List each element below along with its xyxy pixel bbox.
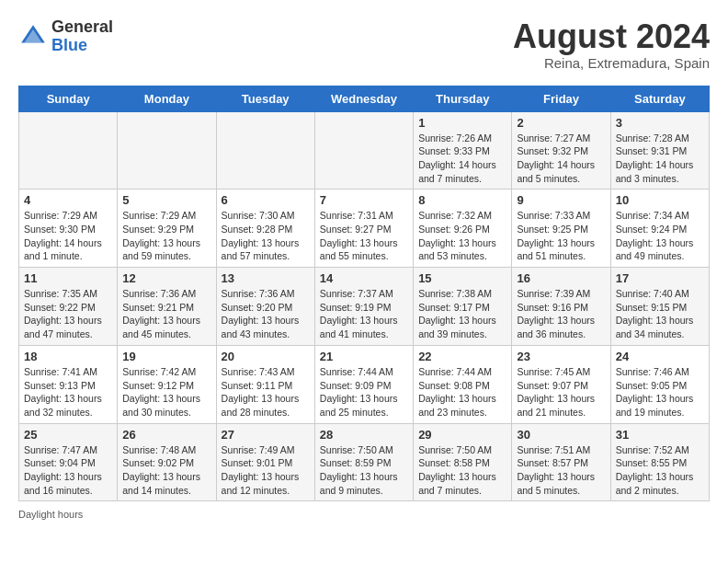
day-number: 14 [320, 271, 408, 285]
calendar-week-5: 25Sunrise: 7:47 AM Sunset: 9:04 PM Dayli… [19, 423, 710, 501]
day-info: Sunrise: 7:51 AM Sunset: 8:57 PM Dayligh… [517, 443, 605, 498]
day-number: 19 [122, 350, 210, 363]
day-number: 18 [24, 350, 112, 363]
day-number: 1 [418, 116, 506, 130]
calendar-cell: 23Sunrise: 7:45 AM Sunset: 9:07 PM Dayli… [512, 345, 610, 423]
day-number: 10 [616, 193, 704, 207]
day-number: 29 [418, 428, 506, 442]
day-info: Sunrise: 7:39 AM Sunset: 9:16 PM Dayligh… [517, 287, 605, 341]
calendar-cell [19, 111, 118, 190]
calendar-table: SundayMondayTuesdayWednesdayThursdayFrid… [18, 86, 710, 502]
calendar-cell: 29Sunrise: 7:50 AM Sunset: 8:58 PM Dayli… [414, 423, 512, 501]
day-number: 24 [616, 350, 704, 363]
day-info: Sunrise: 7:38 AM Sunset: 9:17 PM Dayligh… [418, 287, 506, 341]
calendar-cell: 30Sunrise: 7:51 AM Sunset: 8:57 PM Dayli… [512, 423, 610, 501]
day-number: 15 [418, 271, 506, 285]
calendar-cell [216, 111, 314, 190]
day-info: Sunrise: 7:40 AM Sunset: 9:15 PM Dayligh… [616, 287, 704, 341]
title-area: August 2024 Reina, Extremadura, Spain [513, 18, 710, 71]
daylight-label: Daylight hours [18, 509, 83, 520]
day-number: 3 [616, 116, 704, 130]
calendar-cell: 9Sunrise: 7:33 AM Sunset: 9:25 PM Daylig… [512, 190, 610, 268]
header-day-tuesday: Tuesday [216, 86, 314, 111]
calendar-week-2: 4Sunrise: 7:29 AM Sunset: 9:30 PM Daylig… [19, 190, 710, 268]
day-info: Sunrise: 7:52 AM Sunset: 8:55 PM Dayligh… [616, 443, 704, 498]
day-info: Sunrise: 7:47 AM Sunset: 9:04 PM Dayligh… [24, 443, 112, 498]
logo: General Blue [18, 18, 113, 55]
day-number: 22 [418, 350, 506, 363]
day-info: Sunrise: 7:44 AM Sunset: 9:09 PM Dayligh… [320, 365, 408, 419]
day-number: 8 [418, 193, 506, 207]
day-info: Sunrise: 7:33 AM Sunset: 9:25 PM Dayligh… [517, 209, 605, 263]
calendar-cell: 2Sunrise: 7:27 AM Sunset: 9:32 PM Daylig… [512, 111, 610, 190]
day-number: 13 [222, 271, 310, 285]
calendar-cell: 7Sunrise: 7:31 AM Sunset: 9:27 PM Daylig… [314, 190, 413, 268]
day-info: Sunrise: 7:35 AM Sunset: 9:22 PM Dayligh… [24, 287, 112, 341]
calendar-cell: 4Sunrise: 7:29 AM Sunset: 9:30 PM Daylig… [19, 190, 118, 268]
calendar-cell: 16Sunrise: 7:39 AM Sunset: 9:16 PM Dayli… [512, 268, 610, 346]
day-info: Sunrise: 7:26 AM Sunset: 9:33 PM Dayligh… [418, 132, 506, 186]
calendar-cell: 14Sunrise: 7:37 AM Sunset: 9:19 PM Dayli… [314, 268, 413, 346]
calendar-cell: 5Sunrise: 7:29 AM Sunset: 9:29 PM Daylig… [118, 190, 216, 268]
calendar-cell: 3Sunrise: 7:28 AM Sunset: 9:31 PM Daylig… [610, 111, 709, 190]
day-number: 31 [616, 428, 704, 442]
day-number: 5 [122, 193, 210, 207]
day-info: Sunrise: 7:29 AM Sunset: 9:29 PM Dayligh… [122, 209, 210, 263]
calendar-cell: 26Sunrise: 7:48 AM Sunset: 9:02 PM Dayli… [118, 423, 216, 501]
day-number: 25 [24, 428, 112, 442]
calendar-cell: 19Sunrise: 7:42 AM Sunset: 9:12 PM Dayli… [118, 345, 216, 423]
calendar-cell: 22Sunrise: 7:44 AM Sunset: 9:08 PM Dayli… [414, 345, 512, 423]
day-number: 11 [24, 271, 112, 285]
day-number: 21 [320, 350, 408, 363]
calendar-cell: 12Sunrise: 7:36 AM Sunset: 9:21 PM Dayli… [118, 268, 216, 346]
day-number: 23 [517, 350, 605, 363]
day-number: 20 [222, 350, 310, 363]
header-row: SundayMondayTuesdayWednesdayThursdayFrid… [19, 86, 710, 111]
calendar-cell: 15Sunrise: 7:38 AM Sunset: 9:17 PM Dayli… [414, 268, 512, 346]
day-number: 12 [122, 271, 210, 285]
day-number: 17 [616, 271, 704, 285]
day-number: 30 [517, 428, 605, 442]
calendar-header: SundayMondayTuesdayWednesdayThursdayFrid… [19, 86, 710, 111]
day-info: Sunrise: 7:29 AM Sunset: 9:30 PM Dayligh… [24, 209, 112, 263]
logo-text: General Blue [51, 18, 113, 55]
day-info: Sunrise: 7:31 AM Sunset: 9:27 PM Dayligh… [320, 209, 408, 263]
location-subtitle: Reina, Extremadura, Spain [513, 55, 710, 71]
logo-general: General [51, 17, 113, 36]
day-info: Sunrise: 7:42 AM Sunset: 9:12 PM Dayligh… [122, 365, 210, 419]
calendar-cell: 13Sunrise: 7:36 AM Sunset: 9:20 PM Dayli… [216, 268, 314, 346]
page-header: General Blue August 2024 Reina, Extremad… [18, 18, 710, 71]
calendar-cell: 8Sunrise: 7:32 AM Sunset: 9:26 PM Daylig… [414, 190, 512, 268]
day-info: Sunrise: 7:50 AM Sunset: 8:58 PM Dayligh… [418, 443, 506, 498]
calendar-cell: 24Sunrise: 7:46 AM Sunset: 9:05 PM Dayli… [610, 345, 709, 423]
day-number: 2 [517, 116, 605, 130]
day-number: 6 [222, 193, 310, 207]
day-info: Sunrise: 7:49 AM Sunset: 9:01 PM Dayligh… [222, 443, 310, 498]
calendar-cell [118, 111, 216, 190]
calendar-cell: 28Sunrise: 7:50 AM Sunset: 8:59 PM Dayli… [314, 423, 413, 501]
calendar-cell: 17Sunrise: 7:40 AM Sunset: 9:15 PM Dayli… [610, 268, 709, 346]
day-info: Sunrise: 7:34 AM Sunset: 9:24 PM Dayligh… [616, 209, 704, 263]
day-info: Sunrise: 7:48 AM Sunset: 9:02 PM Dayligh… [122, 443, 210, 498]
day-number: 28 [320, 428, 408, 442]
day-info: Sunrise: 7:30 AM Sunset: 9:28 PM Dayligh… [222, 209, 310, 263]
header-day-sunday: Sunday [19, 86, 118, 111]
footer: Daylight hours [18, 509, 710, 520]
day-info: Sunrise: 7:50 AM Sunset: 8:59 PM Dayligh… [320, 443, 408, 498]
calendar-week-1: 1Sunrise: 7:26 AM Sunset: 9:33 PM Daylig… [19, 111, 710, 190]
day-info: Sunrise: 7:28 AM Sunset: 9:31 PM Dayligh… [616, 132, 704, 186]
day-info: Sunrise: 7:36 AM Sunset: 9:21 PM Dayligh… [122, 287, 210, 341]
header-day-thursday: Thursday [414, 86, 512, 111]
day-number: 7 [320, 193, 408, 207]
month-year-title: August 2024 [513, 18, 710, 55]
day-info: Sunrise: 7:27 AM Sunset: 9:32 PM Dayligh… [517, 132, 605, 186]
calendar-cell: 27Sunrise: 7:49 AM Sunset: 9:01 PM Dayli… [216, 423, 314, 501]
day-number: 16 [517, 271, 605, 285]
day-info: Sunrise: 7:37 AM Sunset: 9:19 PM Dayligh… [320, 287, 408, 341]
day-number: 27 [222, 428, 310, 442]
calendar-week-4: 18Sunrise: 7:41 AM Sunset: 9:13 PM Dayli… [19, 345, 710, 423]
logo-icon [18, 22, 48, 52]
calendar-week-3: 11Sunrise: 7:35 AM Sunset: 9:22 PM Dayli… [19, 268, 710, 346]
calendar-body: 1Sunrise: 7:26 AM Sunset: 9:33 PM Daylig… [19, 111, 710, 501]
day-number: 26 [122, 428, 210, 442]
